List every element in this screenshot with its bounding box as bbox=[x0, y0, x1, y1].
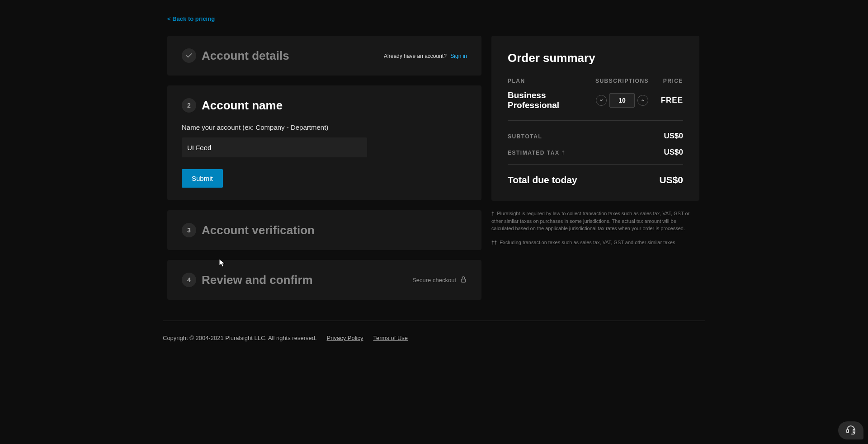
subtotal-value: US$0 bbox=[664, 132, 683, 141]
chevron-up-icon bbox=[641, 97, 645, 104]
svg-rect-2 bbox=[853, 430, 855, 433]
subtotal-label: SUBTOTAL bbox=[508, 133, 542, 140]
account-name-input[interactable] bbox=[182, 137, 367, 157]
total-due-label: Total due today bbox=[508, 175, 577, 185]
order-summary-title: Order summary bbox=[508, 51, 683, 65]
copyright-text: Copyright © 2004-2021 Pluralsight LLC. A… bbox=[163, 335, 317, 341]
estimated-tax-value: US$0 bbox=[664, 148, 683, 157]
lock-icon bbox=[460, 275, 467, 285]
tax-footnote-2: ††Excluding transaction taxes such as sa… bbox=[491, 239, 699, 246]
help-chat-button[interactable] bbox=[838, 421, 863, 439]
step-number-badge: 3 bbox=[182, 223, 196, 237]
terms-of-use-link[interactable]: Terms of Use bbox=[373, 335, 408, 341]
step-number-badge: 2 bbox=[182, 98, 196, 113]
order-summary-card: Order summary PLAN SUBSCRIPTIONS PRICE B… bbox=[491, 36, 699, 201]
back-to-pricing-link[interactable]: < Back to pricing bbox=[167, 15, 215, 22]
already-have-account-text: Already have an account? bbox=[384, 53, 447, 59]
price-value: FREE bbox=[651, 96, 683, 105]
step-account-details: Account details Already have an account?… bbox=[167, 36, 481, 76]
privacy-policy-link[interactable]: Privacy Policy bbox=[327, 335, 363, 341]
increment-button[interactable] bbox=[637, 95, 648, 106]
check-icon bbox=[182, 48, 196, 63]
estimated-tax-label: ESTIMATED TAX † bbox=[508, 150, 565, 156]
sign-in-link[interactable]: Sign in bbox=[450, 53, 467, 59]
header-subscriptions: SUBSCRIPTIONS bbox=[593, 78, 651, 84]
step-title-account-verification: Account verification bbox=[202, 223, 315, 237]
step-account-verification: 3 Account verification bbox=[167, 210, 481, 250]
svg-rect-1 bbox=[847, 430, 849, 433]
step-title-account-details: Account details bbox=[202, 49, 289, 63]
plan-name: Business Professional bbox=[508, 90, 593, 110]
svg-rect-0 bbox=[461, 279, 465, 282]
secure-checkout-label: Secure checkout bbox=[412, 277, 456, 283]
account-name-label: Name your account (ex: Company - Departm… bbox=[182, 123, 467, 131]
subscriptions-input[interactable] bbox=[609, 93, 635, 108]
subscriptions-stepper bbox=[593, 93, 651, 108]
step-title-review-confirm: Review and confirm bbox=[202, 273, 313, 287]
chevron-down-icon bbox=[599, 97, 604, 104]
header-plan: PLAN bbox=[508, 78, 593, 84]
step-account-name: 2 Account name Name your account (ex: Co… bbox=[167, 85, 481, 200]
headset-icon bbox=[845, 424, 856, 437]
step-number-badge: 4 bbox=[182, 273, 196, 287]
step-review-confirm: 4 Review and confirm Secure checkout bbox=[167, 260, 481, 300]
total-due-value: US$0 bbox=[659, 175, 683, 185]
submit-button[interactable]: Submit bbox=[182, 169, 223, 188]
page-footer: Copyright © 2004-2021 Pluralsight LLC. A… bbox=[163, 321, 705, 355]
step-title-account-name: Account name bbox=[202, 99, 283, 113]
header-price: PRICE bbox=[651, 78, 683, 84]
tax-footnote-1: †Pluralsight is required by law to colle… bbox=[491, 210, 699, 232]
decrement-button[interactable] bbox=[596, 95, 607, 106]
